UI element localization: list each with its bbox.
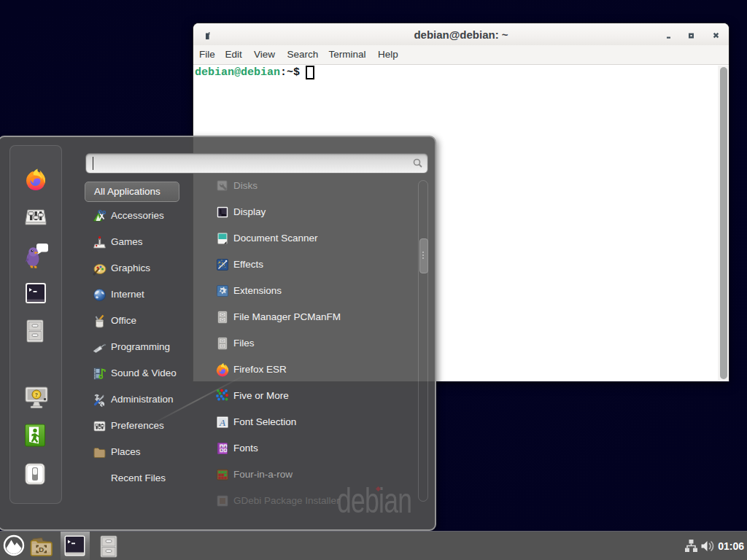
svg-text:a: a: [225, 445, 227, 448]
svg-text:A: A: [219, 417, 225, 428]
svg-text:D: D: [39, 545, 44, 553]
svg-text:a: a: [220, 445, 222, 448]
svg-text:?: ?: [35, 392, 38, 397]
svg-text:a: a: [220, 448, 222, 452]
svg-text:a: a: [225, 448, 227, 452]
